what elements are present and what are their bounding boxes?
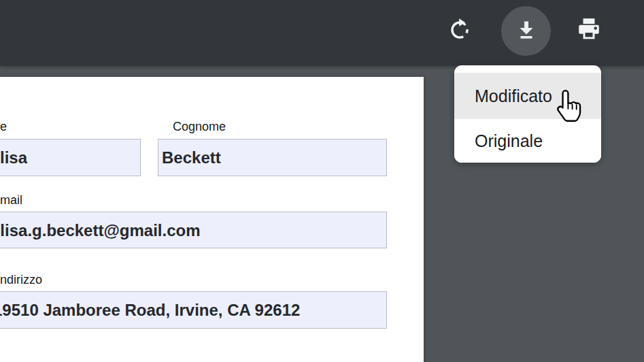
field-label-cognome: Cognome — [173, 119, 226, 134]
email-field-value: elisa.g.beckett@gmail.com — [0, 220, 201, 241]
print-button[interactable] — [573, 14, 605, 46]
pdf-toolbar — [0, 0, 644, 66]
menu-item-originale-label: Originale — [475, 131, 543, 151]
cognome-field-value: Beckett — [162, 148, 221, 168]
field-label-nome: Nome — [0, 119, 7, 134]
field-label-email: Email — [0, 193, 22, 208]
indirizzo-field-value: 19510 Jamboree Road, Irvine, CA 92612 — [0, 300, 300, 320]
rotate-button[interactable] — [443, 14, 476, 47]
document-page: Nome Elisa Cognome Beckett Email elisa.g… — [0, 77, 424, 362]
field-label-indirizzo: Indirizzo — [0, 272, 42, 287]
menu-item-modificato-label: Modificato — [475, 86, 552, 106]
download-button[interactable] — [501, 6, 551, 56]
download-options-menu: Modificato Originale — [454, 65, 601, 163]
pdf-viewer-window: Nome Elisa Cognome Beckett Email elisa.g… — [0, 0, 644, 362]
rotate-clockwise-icon — [447, 18, 472, 44]
print-icon — [576, 16, 602, 44]
menu-item-originale[interactable]: Originale — [454, 119, 601, 163]
menu-item-modificato[interactable]: Modificato — [454, 73, 601, 119]
download-icon — [514, 18, 539, 44]
nome-field-value: Elisa — [0, 148, 27, 168]
